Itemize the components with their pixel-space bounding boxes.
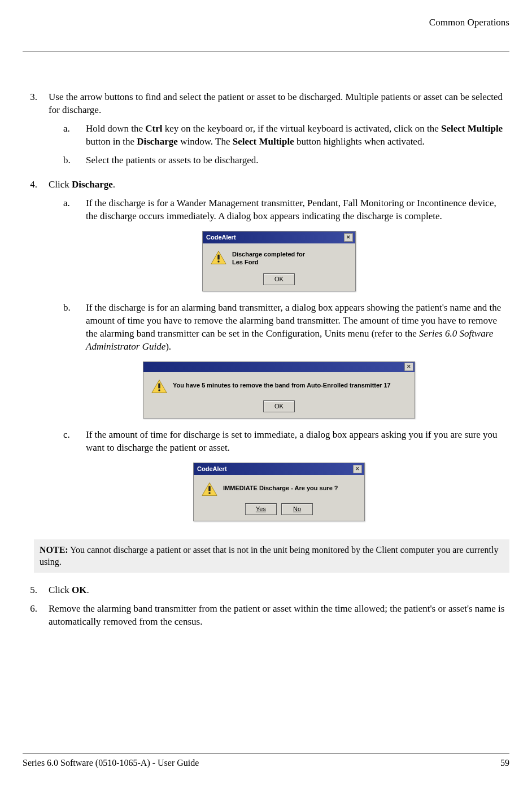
sub-letter: c. <box>63 429 86 455</box>
bold-ok: OK <box>72 585 86 595</box>
step-number: 6. <box>23 603 49 629</box>
dialog-titlebar: CodeAlert ✕ <box>203 232 355 243</box>
text: window. The <box>178 136 233 147</box>
note-label: NOTE: <box>40 545 68 555</box>
svg-point-8 <box>208 492 211 494</box>
dialog-titlebar: ✕ <box>143 362 415 372</box>
text: Click <box>49 179 72 190</box>
text: Hold down the <box>86 123 145 134</box>
dialog-titlebar: CodeAlert ✕ <box>194 463 364 475</box>
page-number: 59 <box>500 758 509 768</box>
step-3a: a. Hold down the Ctrl key on the keyboar… <box>63 123 509 149</box>
bold-discharge: Discharge <box>72 179 113 190</box>
no-button[interactable]: No <box>281 503 313 515</box>
step-text: Use the arrow buttons to find and select… <box>49 91 503 115</box>
step-number: 4. <box>23 178 49 531</box>
page-footer: Series 6.0 Software (0510-1065-A) - User… <box>23 753 509 768</box>
note-text: You cannot discharge a patient or asset … <box>40 545 498 567</box>
svg-point-5 <box>158 389 160 391</box>
step-3: 3. Use the arrow buttons to find and sel… <box>23 91 509 173</box>
svg-point-2 <box>217 260 220 263</box>
text: . <box>113 179 115 190</box>
close-icon[interactable]: ✕ <box>404 363 413 371</box>
bold-select-multiple-2: Select Multiple <box>233 136 294 147</box>
yes-button[interactable]: Yes <box>245 503 277 515</box>
bold-discharge: Discharge <box>137 136 178 147</box>
dialog-message: IMMEDIATE Discharge - Are you sure ? <box>223 485 338 491</box>
dialog-message: You have 5 minutes to remove the band fr… <box>173 382 391 389</box>
step-number: 3. <box>23 91 49 173</box>
text: If the discharge is for a Wander Managem… <box>86 197 509 223</box>
step-number: 5. <box>23 584 49 597</box>
dialog-immediate-discharge: CodeAlert ✕ IMMEDIATE Discharge - Are yo… <box>193 463 365 521</box>
header-rule <box>23 51 509 51</box>
warning-icon <box>211 250 226 265</box>
text: key on the keyboard or, if the virtual k… <box>163 123 442 134</box>
footer-left: Series 6.0 Software (0510-1065-A) - User… <box>23 758 199 768</box>
sub-letter: a. <box>63 197 86 223</box>
step-4c: c. If the amount of time for discharge i… <box>63 429 509 455</box>
warning-icon <box>202 482 217 496</box>
step-6: 6. Remove the alarming band transmitter … <box>23 603 509 629</box>
close-icon[interactable]: ✕ <box>344 233 353 242</box>
dialog-title-text: CodeAlert <box>197 465 227 473</box>
ok-button[interactable]: OK <box>263 400 295 412</box>
svg-rect-4 <box>158 383 160 389</box>
step-5: 5. Click OK. <box>23 584 509 597</box>
text: button in the <box>86 136 137 147</box>
header-section: Common Operations <box>23 17 509 28</box>
text: . <box>87 585 89 595</box>
text: button highlights when activated. <box>294 136 425 147</box>
sub-letter: a. <box>63 123 86 149</box>
dialog-remove-band: ✕ You have 5 minutes to remove the band … <box>143 361 415 419</box>
dialog-message-line1: Discharge completed for <box>232 250 305 259</box>
text: If the amount of time for discharge is s… <box>86 429 509 455</box>
step-4b: b. If the discharge is for an alarming b… <box>63 302 509 354</box>
close-icon[interactable]: ✕ <box>353 465 362 473</box>
step-4a: a. If the discharge is for a Wander Mana… <box>63 197 509 223</box>
bold-ctrl: Ctrl <box>145 123 162 134</box>
bold-select-multiple: Select Multiple <box>441 123 503 134</box>
svg-rect-1 <box>217 254 220 259</box>
text: Remove the alarming band transmitter fro… <box>49 603 509 629</box>
sub-letter: b. <box>63 154 86 167</box>
warning-icon <box>151 379 167 394</box>
content-body: 3. Use the arrow buttons to find and sel… <box>23 91 509 629</box>
step-4: 4. Click Discharge. a. If the discharge … <box>23 178 509 531</box>
note-box: NOTE: You cannot discharge a patient or … <box>34 539 509 573</box>
text: Click <box>49 585 72 595</box>
sub-letter: b. <box>63 302 86 354</box>
text: ). <box>165 341 171 352</box>
footer-rule <box>23 753 509 753</box>
dialog-message-line2: Les Ford <box>232 258 305 267</box>
dialog-title-text: CodeAlert <box>206 233 236 242</box>
svg-rect-7 <box>208 486 211 491</box>
dialog-discharge-complete: CodeAlert ✕ Discharge completed for Les … <box>202 231 356 292</box>
ok-button[interactable]: OK <box>263 273 295 285</box>
text: Select the patients or assets to be disc… <box>86 154 509 167</box>
step-3b: b. Select the patients or assets to be d… <box>63 154 509 167</box>
